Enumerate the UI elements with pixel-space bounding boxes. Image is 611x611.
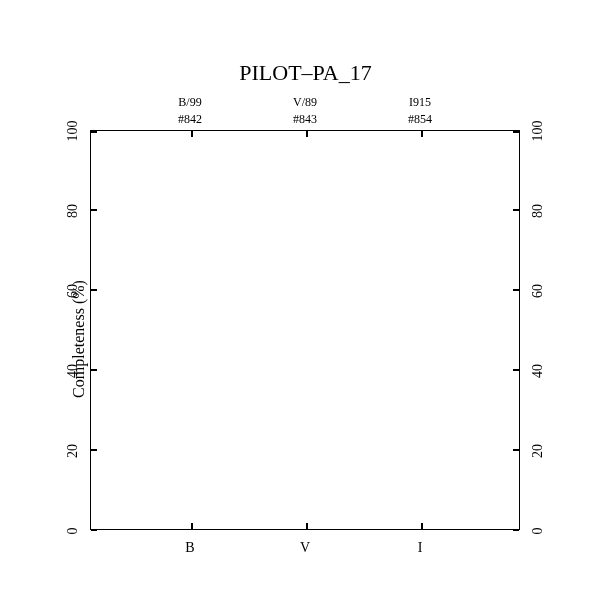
tick	[306, 131, 308, 137]
top-annot-1a: B/99	[160, 95, 220, 110]
ytick-left-40: 40	[65, 356, 81, 386]
ytick-right-0: 0	[530, 516, 546, 546]
ytick-left-60: 60	[65, 276, 81, 306]
ytick-right-100: 100	[530, 116, 546, 146]
x-cat-I: I	[405, 540, 435, 556]
tick	[306, 523, 308, 529]
top-annot-2a: #842	[160, 112, 220, 127]
top-annot-2c: #854	[390, 112, 450, 127]
tick	[513, 131, 519, 133]
ytick-right-80: 80	[530, 196, 546, 226]
ytick-left-20: 20	[65, 436, 81, 466]
tick	[513, 529, 519, 531]
chart-container: PILOT–PA_17 Completeness (%) B/99 V/89 I…	[0, 0, 611, 611]
ytick-right-40: 40	[530, 356, 546, 386]
ytick-right-20: 20	[530, 436, 546, 466]
tick	[191, 523, 193, 529]
ytick-right-60: 60	[530, 276, 546, 306]
ytick-left-0: 0	[65, 516, 81, 546]
tick	[91, 449, 97, 451]
x-cat-V: V	[290, 540, 320, 556]
top-annot-1c: I915	[390, 95, 450, 110]
tick	[421, 131, 423, 137]
ytick-left-100: 100	[65, 116, 81, 146]
tick	[91, 289, 97, 291]
chart-title: PILOT–PA_17	[0, 60, 611, 86]
top-annot-1b: V/89	[275, 95, 335, 110]
tick	[91, 131, 97, 133]
tick	[91, 209, 97, 211]
tick	[513, 289, 519, 291]
x-cat-B: B	[175, 540, 205, 556]
ytick-left-80: 80	[65, 196, 81, 226]
tick	[91, 369, 97, 371]
tick	[513, 449, 519, 451]
tick	[421, 523, 423, 529]
top-annot-2b: #843	[275, 112, 335, 127]
tick	[513, 369, 519, 371]
plot-area	[90, 130, 520, 530]
tick	[191, 131, 193, 137]
tick	[513, 209, 519, 211]
tick	[91, 529, 97, 531]
